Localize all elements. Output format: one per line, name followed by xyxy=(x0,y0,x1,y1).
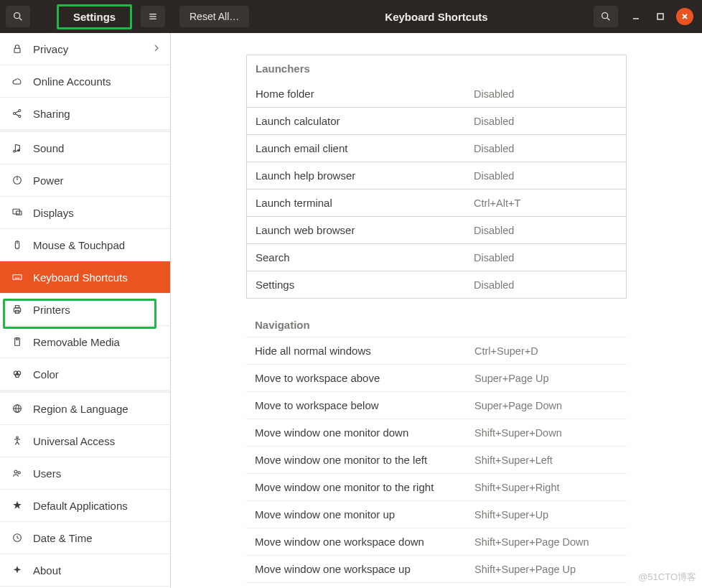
sidebar-item-label: Sound xyxy=(33,142,160,154)
sidebar-item-date-time[interactable]: Date & Time xyxy=(0,522,170,554)
shortcut-row[interactable]: Move window one monitor upShift+Super+Up xyxy=(246,500,627,528)
shortcut-value: Disabled xyxy=(474,88,617,100)
svg-line-42 xyxy=(17,442,19,444)
shortcut-row[interactable]: Hide all normal windowsCtrl+Super+D xyxy=(246,337,627,364)
sidebar-item-region-language[interactable]: Region & Language xyxy=(0,393,170,425)
sidebar-item-displays[interactable]: Displays xyxy=(0,197,170,229)
svg-point-13 xyxy=(19,109,21,111)
shortcut-label: Move to workspace below xyxy=(255,399,474,411)
shortcut-row[interactable]: SettingsDisabled xyxy=(246,271,627,299)
svg-line-6 xyxy=(607,18,609,20)
sound-icon xyxy=(10,142,24,154)
star-icon xyxy=(10,500,24,511)
svg-rect-30 xyxy=(15,338,20,346)
sidebar-item-users[interactable]: Users xyxy=(0,457,170,490)
svg-point-14 xyxy=(19,115,21,117)
shortcut-row[interactable]: Move to workspace aboveSuper+Page Up xyxy=(246,364,627,391)
app-title: Settings xyxy=(57,4,132,29)
svg-rect-25 xyxy=(13,275,22,280)
sidebar-item-label: Date & Time xyxy=(33,532,160,544)
sidebar-item-sound[interactable]: Sound xyxy=(0,132,170,164)
access-icon xyxy=(10,435,24,447)
shortcut-label: Settings xyxy=(256,279,474,291)
svg-point-12 xyxy=(13,112,15,114)
shortcut-row[interactable]: Launch help browserDisabled xyxy=(246,162,627,190)
sidebar-item-printers[interactable]: Printers xyxy=(0,294,170,326)
sidebar-item-power[interactable]: Power xyxy=(0,164,170,197)
shortcut-label: Launch email client xyxy=(256,142,474,154)
shortcut-label: Move to workspace above xyxy=(255,372,474,384)
shortcut-row[interactable]: Launch email clientDisabled xyxy=(246,135,627,162)
sidebar-item-label: Printers xyxy=(33,304,160,316)
shortcut-row[interactable]: Home folderDisabled xyxy=(246,80,627,108)
sidebar-item-online-accounts[interactable]: Online Accounts xyxy=(0,65,170,98)
sidebar-item-label: Displays xyxy=(33,207,160,219)
sidebar-item-label: Color xyxy=(33,368,160,381)
shortcut-row[interactable]: Move window one monitor to the rightShif… xyxy=(246,473,627,500)
sidebar-item-label: Default Applications xyxy=(33,500,160,512)
sidebar: PrivacyOnline AccountsSharingSoundPowerD… xyxy=(0,33,171,588)
minimize-button[interactable] xyxy=(627,8,645,25)
svg-line-1 xyxy=(19,18,22,20)
shortcut-value: Shift+Super+Down xyxy=(474,427,618,439)
search-icon xyxy=(12,11,24,22)
sidebar-item-label: About xyxy=(33,564,160,577)
sidebar-item-keyboard-shortcuts[interactable]: Keyboard Shortcuts xyxy=(0,261,170,294)
lock-icon xyxy=(10,43,24,55)
sidebar-item-label: Universal Access xyxy=(33,435,160,447)
shortcut-label: Move window one monitor up xyxy=(255,508,474,521)
sidebar-item-color[interactable]: Color xyxy=(0,358,170,391)
sidebar-item-privacy[interactable]: Privacy xyxy=(0,33,170,65)
shortcut-label: Move window one monitor to the left xyxy=(255,454,474,466)
removable-icon xyxy=(10,336,24,347)
close-icon xyxy=(680,12,689,21)
shortcut-value: Disabled xyxy=(474,279,617,291)
sidebar-item-sharing[interactable]: Sharing xyxy=(0,98,170,130)
section-header: Navigation xyxy=(246,299,627,337)
shortcut-row[interactable]: SearchDisabled xyxy=(246,244,627,271)
clock-icon xyxy=(10,532,24,543)
shortcut-row[interactable]: Launch calculatorDisabled xyxy=(246,108,627,135)
maximize-button[interactable] xyxy=(652,8,669,25)
shortcut-row[interactable]: Move window one workspace downShift+Supe… xyxy=(246,528,627,555)
reset-all-button[interactable]: Reset All… xyxy=(179,6,249,27)
sidebar-item-mouse-touchpad[interactable]: Mouse & Touchpad xyxy=(0,229,170,261)
shortcut-row[interactable]: Move window one workspace upShift+Super+… xyxy=(246,555,627,582)
shortcut-row[interactable]: Launch web browserDisabled xyxy=(246,217,627,244)
shortcut-value: Ctrl+Super+D xyxy=(474,345,618,357)
users-icon xyxy=(10,467,24,479)
sidebar-item-label: Region & Language xyxy=(33,403,160,415)
svg-line-15 xyxy=(15,111,19,113)
hamburger-icon xyxy=(147,11,159,22)
shortcut-row[interactable]: Move window to last workspaceShift+Super… xyxy=(246,582,627,588)
sidebar-item-label: Removable Media xyxy=(33,336,160,348)
shortcut-row[interactable]: Move to workspace belowSuper+Page Down xyxy=(246,391,627,419)
color-icon xyxy=(10,368,24,380)
content-search-button[interactable] xyxy=(594,6,618,27)
shortcut-row[interactable]: Move window one monitor to the leftShift… xyxy=(246,446,627,473)
share-icon xyxy=(10,108,24,119)
sidebar-search-button[interactable] xyxy=(6,6,30,27)
sidebar-item-about[interactable]: About xyxy=(0,554,170,587)
sidebar-item-label: Keyboard Shortcuts xyxy=(33,271,160,284)
shortcut-row[interactable]: Move window one monitor downShift+Super+… xyxy=(246,419,627,446)
menu-button[interactable] xyxy=(141,6,165,27)
svg-point-17 xyxy=(14,150,16,152)
shortcut-label: Search xyxy=(256,251,474,263)
shortcut-label: Launch web browser xyxy=(256,224,474,236)
displays-icon xyxy=(10,207,24,218)
sidebar-item-label: Users xyxy=(33,467,160,480)
svg-point-5 xyxy=(602,13,608,19)
svg-point-43 xyxy=(14,470,17,473)
svg-point-44 xyxy=(18,472,20,474)
svg-line-16 xyxy=(15,114,19,116)
sidebar-item-removable-media[interactable]: Removable Media xyxy=(0,326,170,358)
sidebar-item-default-applications[interactable]: Default Applications xyxy=(0,490,170,522)
close-button[interactable] xyxy=(676,8,693,25)
shortcut-label: Launch terminal xyxy=(256,197,474,209)
mouse-icon xyxy=(10,239,24,251)
shortcut-row[interactable]: Launch terminalCtrl+Alt+T xyxy=(246,190,627,217)
svg-rect-11 xyxy=(14,48,20,52)
sidebar-item-universal-access[interactable]: Universal Access xyxy=(0,425,170,457)
cloud-icon xyxy=(10,75,24,87)
